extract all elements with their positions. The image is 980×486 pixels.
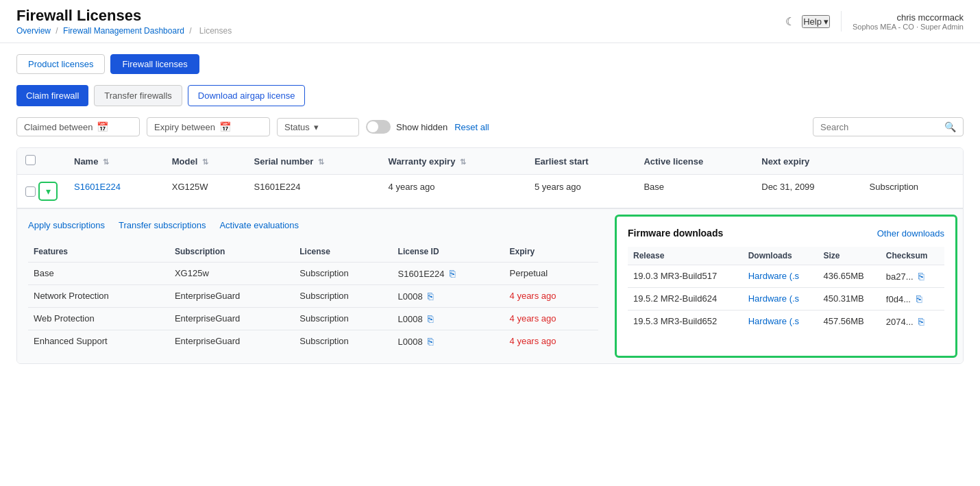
row-next-expiry: Dec 31, 2099 (753, 175, 861, 208)
firmware-downloads-title: Firmware downloads (628, 228, 723, 239)
sub-table-row: Base XG125w Subscription S1601E224 ⎘ Per… (28, 263, 598, 285)
user-org: Sophos MEA - CO · Super Admin (853, 23, 964, 31)
filter-row: Claimed between 📅 Expiry between 📅 Statu… (16, 117, 964, 136)
search-icon: 🔍 (944, 121, 956, 132)
breadcrumb-licenses: Licenses (199, 26, 232, 36)
row-warranty: 4 years ago (380, 175, 526, 208)
show-hidden-toggle[interactable] (366, 120, 391, 134)
transfer-firewalls-button[interactable]: Transfer firewalls (94, 85, 182, 106)
checksum-copy-icon[interactable]: ⎘ (918, 316, 924, 327)
sub-features: Base (28, 263, 169, 285)
firmware-downloads-panel: Firmware downloads Other downloads Relea… (615, 215, 957, 358)
sort-icon-warranty[interactable]: ⇅ (460, 158, 466, 166)
row-model: XG125W (164, 175, 246, 208)
sub-expiry: Perpetual (504, 263, 598, 285)
header-right: ☾ Help ▾ chris mccormack Sophos MEA - CO… (785, 11, 964, 32)
dl-table-row: 19.5.2 MR2-Build624 Hardware (.s 450.31M… (628, 288, 944, 311)
calendar-icon-2: 📅 (219, 121, 231, 132)
sub-subscription: EnterpriseGuard (169, 308, 294, 330)
checksum-copy-icon[interactable]: ⎘ (916, 293, 922, 304)
claim-firewall-button[interactable]: Claim firewall (16, 85, 88, 106)
row-type: Subscription (861, 175, 963, 208)
header-name: Name ⇅ (66, 148, 164, 175)
expanded-cell: Apply subscriptions Transfer subscriptio… (17, 208, 963, 364)
sub-license-id: L0008 ⎘ (393, 308, 504, 330)
page-title-section: Firewall Licenses Overview / Firewall Ma… (16, 7, 234, 36)
header-model: Model ⇅ (164, 148, 246, 175)
sort-icon-name[interactable]: ⇅ (103, 158, 109, 166)
row-name: S1601E224 (66, 175, 164, 208)
expiry-between-filter[interactable]: Expiry between 📅 (147, 117, 270, 136)
sub-license-id: L0008 ⎘ (393, 330, 504, 353)
download-airgap-button[interactable]: Download airgap license (188, 85, 306, 106)
select-all-checkbox[interactable] (25, 155, 36, 165)
sub-license: Subscription (294, 263, 392, 285)
chevron-down-icon: ▾ (824, 16, 829, 27)
copy-icon[interactable]: ⎘ (450, 268, 455, 279)
sub-subscription: EnterpriseGuard (169, 330, 294, 353)
sub-license: Subscription (294, 330, 392, 353)
dl-size: 457.56MB (818, 311, 880, 333)
header-active-license: Active license (635, 148, 753, 175)
search-input[interactable] (820, 122, 940, 132)
user-info: chris mccormack Sophos MEA - CO · Super … (853, 12, 964, 31)
checksum-copy-icon[interactable]: ⎘ (918, 271, 924, 282)
firmware-table: Release Downloads Size Checksum 19.0.3 M… (628, 247, 944, 332)
dl-header-size: Size (818, 247, 880, 265)
header-earliest-start: Earliest start (526, 148, 636, 175)
sub-header-row: Features Subscription License License ID… (28, 241, 598, 263)
download-link[interactable]: Hardware (.s (748, 271, 799, 281)
sub-license: Subscription (294, 285, 392, 308)
breadcrumb: Overview / Firewall Management Dashboard… (16, 26, 234, 36)
sub-features: Enhanced Support (28, 330, 169, 353)
breadcrumb-overview[interactable]: Overview (16, 26, 51, 36)
row-earliest-start: 5 years ago (526, 175, 636, 208)
claimed-between-filter[interactable]: Claimed between 📅 (16, 117, 140, 136)
dl-size: 450.31MB (818, 288, 880, 311)
breadcrumb-dashboard[interactable]: Firewall Management Dashboard (63, 26, 184, 36)
chevron-down-icon-status: ▾ (314, 122, 319, 132)
dark-mode-icon[interactable]: ☾ (785, 15, 795, 28)
reset-all-button[interactable]: Reset all (454, 122, 489, 132)
tab-firewall-licenses[interactable]: Firewall licenses (110, 54, 199, 74)
subscriptions-table: Features Subscription License License ID… (28, 241, 598, 352)
sub-license-id: L0008 ⎘ (393, 285, 504, 308)
sort-icon-model[interactable]: ⇅ (202, 158, 208, 166)
row-checkbox[interactable] (25, 186, 36, 197)
copy-icon[interactable]: ⎘ (428, 313, 433, 324)
expand-row-button[interactable]: ▾ (38, 182, 58, 201)
firewall-table: Name ⇅ Model ⇅ Serial number ⇅ Warranty … (16, 147, 964, 364)
row-serial: S1601E224 (246, 175, 380, 208)
dl-header-checksum: Checksum (881, 247, 944, 265)
tab-product-licenses[interactable]: Product licenses (16, 54, 105, 74)
sub-features: Network Protection (28, 285, 169, 308)
copy-icon[interactable]: ⎘ (428, 336, 433, 347)
header-divider (841, 11, 842, 32)
dl-size: 436.65MB (818, 265, 880, 288)
apply-subscriptions-link[interactable]: Apply subscriptions (28, 220, 105, 230)
transfer-subscriptions-link[interactable]: Transfer subscriptions (119, 220, 206, 230)
copy-icon[interactable]: ⎘ (428, 291, 433, 302)
dl-table-row: 19.0.3 MR3-Build517 Hardware (.s 436.65M… (628, 265, 944, 288)
table-row: ▾ S1601E224 XG125W S1601E224 4 years ago… (17, 175, 963, 208)
search-box[interactable]: 🔍 (813, 117, 964, 136)
download-link[interactable]: Hardware (.s (748, 316, 799, 326)
dl-release: 19.5.2 MR2-Build624 (628, 288, 743, 311)
expanded-content: Apply subscriptions Transfer subscriptio… (17, 208, 963, 363)
sub-features: Web Protection (28, 308, 169, 330)
toggle-knob (367, 121, 378, 132)
download-link[interactable]: Hardware (.s (748, 293, 799, 304)
sort-icon-serial[interactable]: ⇅ (318, 158, 324, 166)
activate-evaluations-link[interactable]: Activate evaluations (219, 220, 299, 230)
sub-expiry: 4 years ago (504, 330, 598, 353)
help-button[interactable]: Help ▾ (802, 15, 830, 28)
sub-header-license-id: License ID (393, 241, 504, 263)
dl-header-release: Release (628, 247, 743, 265)
firewall-name-link[interactable]: S1601E224 (74, 182, 121, 192)
status-filter[interactable]: Status ▾ (277, 118, 359, 136)
other-downloads-link[interactable]: Other downloads (877, 228, 944, 239)
tab-row: Product licenses Firewall licenses (16, 54, 964, 74)
dl-checksum: f0d4... ⎘ (881, 288, 944, 311)
dl-release: 19.5.3 MR3-Build652 (628, 311, 743, 333)
header-extra (861, 148, 963, 175)
